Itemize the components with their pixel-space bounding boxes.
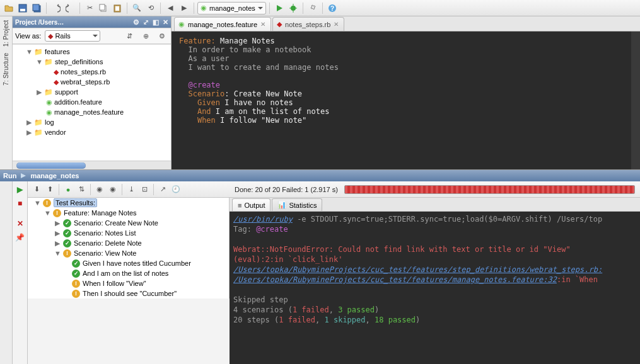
run-header-label: Run xyxy=(3,172,16,179)
test-toolbar: ⬇ ⬆ ● ⇅ ◉ ◉ ⤓ ⊡ ↗ 🕘 xyxy=(28,181,230,198)
svg-point-8 xyxy=(291,6,296,11)
run-icon[interactable] xyxy=(273,2,286,14)
tree-node-addition[interactable]: ◉addition.feature xyxy=(13,97,171,107)
tt-root[interactable]: ▼!Test Results: xyxy=(28,198,229,208)
feature-icon: ◉ xyxy=(178,20,185,28)
save-all-icon[interactable] xyxy=(30,2,43,14)
stop-icon[interactable]: ■ xyxy=(15,198,26,209)
tt-step1[interactable]: ✓Given I have notes titled Cucumber xyxy=(28,258,229,268)
forward-icon[interactable]: ▶ xyxy=(178,2,190,14)
run-play-icon xyxy=(20,173,26,179)
run-panel: Run manage_notes ▶ ■ ✕ 📌 ⬇ ⬆ ● ⇅ xyxy=(0,170,640,364)
tt-step2[interactable]: ✓And I am on the list of notes xyxy=(28,268,229,278)
test-summary-bar: Done: 20 of 20 Failed: 1 (2.917 s) xyxy=(230,181,640,198)
export-icon[interactable]: ↗ xyxy=(156,183,169,196)
settings-icon[interactable] xyxy=(306,2,319,14)
test-summary-text: Done: 20 of 20 Failed: 1 (2.917 s) xyxy=(235,186,338,193)
close-icon[interactable]: ✕ xyxy=(260,21,265,28)
view-mode-combo[interactable]: ◆ Rails xyxy=(45,30,100,42)
tree-node-stepdefs[interactable]: ▼📁step_definitions xyxy=(13,57,171,67)
tt-scenario-delete[interactable]: ▶✓Scenario: Delete Note xyxy=(28,238,229,248)
save-icon[interactable] xyxy=(16,2,29,14)
output-tabs: ≡Output 📊Statistics xyxy=(230,198,640,212)
tree-settings-icon[interactable]: ⚙ xyxy=(156,30,168,42)
output-tab[interactable]: ≡Output xyxy=(232,198,271,211)
back-icon[interactable]: ◀ xyxy=(164,2,177,14)
locate-icon[interactable]: ⊕ xyxy=(139,30,152,42)
tree-node-notes-steps[interactable]: ◆notes_steps.rb xyxy=(13,67,171,77)
project-tree[interactable]: ▼📁features ▼📁step_definitions ◆notes_ste… xyxy=(13,44,171,161)
editor-tabs: ◉ manage_notes.feature ✕ ◆ notes_steps.r… xyxy=(172,16,640,31)
tree-node-vendor[interactable]: ▶📁vendor xyxy=(13,127,171,137)
project-panel-header: Project /Users… ⚙ ⤢ ◧ ✕ xyxy=(13,16,171,28)
svg-rect-7 xyxy=(115,6,119,11)
help-icon[interactable]: ? xyxy=(326,2,339,14)
tab-label: manage_notes.feature xyxy=(188,21,257,28)
test-results-tree[interactable]: ▼!Test Results: ▼!Feature: Manage Notes … xyxy=(28,198,230,299)
tt-step4[interactable]: !Then I should see "Cucumber" xyxy=(28,288,229,299)
feature-icon: ◉ xyxy=(201,4,207,12)
project-view-bar: View as: ◆ Rails ⇵ ⊕ ⚙ xyxy=(13,28,171,44)
code-editor[interactable]: Feature: Manage Notes In order to make a… xyxy=(172,31,631,169)
panel-close-icon[interactable]: ✕ xyxy=(163,18,168,26)
paste-icon[interactable] xyxy=(111,2,124,14)
tt-scenario-view[interactable]: ▼!Scenario: View Note xyxy=(28,248,229,258)
copy-icon[interactable] xyxy=(97,2,110,14)
select-first-icon[interactable]: ⊡ xyxy=(138,183,151,196)
tt-step3[interactable]: !When I follow "View" xyxy=(28,278,229,288)
panel-min-icon[interactable]: ⤢ xyxy=(143,18,149,26)
autoscroll-icon[interactable]: ⤓ xyxy=(125,183,137,196)
tab-label: notes_steps.rb xyxy=(285,21,330,28)
panel-settings-icon[interactable]: ⚙ xyxy=(133,18,139,26)
panel-float-icon[interactable]: ◧ xyxy=(153,18,159,26)
svg-rect-1 xyxy=(20,9,25,11)
replace-icon[interactable]: ⟲ xyxy=(144,2,157,14)
cut-icon[interactable]: ✂ xyxy=(83,2,96,14)
run-config-label: manage_notes xyxy=(209,4,255,12)
test-console[interactable]: /usr/bin/ruby -e STDOUT.sync=true;STDERR… xyxy=(230,212,640,364)
project-panel-title: Project /Users… xyxy=(15,19,64,26)
pin-icon[interactable]: 📌 xyxy=(15,232,26,243)
editor-tab-managenotes[interactable]: ◉ manage_notes.feature ✕ xyxy=(174,17,271,31)
rails-icon: ◆ xyxy=(48,32,53,40)
tt-scenario-create[interactable]: ▶✓Scenario: Create New Note xyxy=(28,218,229,228)
rerun-icon[interactable]: ▶ xyxy=(15,184,26,195)
tree-node-support[interactable]: ▶📁support xyxy=(13,87,171,97)
undo-icon[interactable] xyxy=(50,2,62,14)
run-config-combo[interactable]: ◉ manage_notes xyxy=(197,2,266,14)
run-left-rail xyxy=(0,181,13,364)
tree-node-managenotes[interactable]: ◉manage_notes.feature xyxy=(13,107,171,117)
filter-passed-icon[interactable]: ● xyxy=(62,183,74,196)
tree-node-features[interactable]: ▼📁features xyxy=(13,47,171,57)
next-fail-icon[interactable]: ◉ xyxy=(107,183,119,196)
tt-feature[interactable]: ▼!Feature: Manage Notes xyxy=(28,208,229,218)
editor-vscroll[interactable] xyxy=(631,31,640,169)
sort-icon[interactable]: ⇅ xyxy=(75,183,88,196)
run-header-config: manage_notes xyxy=(30,172,79,179)
tree-hscroll[interactable] xyxy=(13,161,171,169)
run-side-buttons: ▶ ■ ✕ 📌 xyxy=(13,181,28,364)
close-run-icon[interactable]: ✕ xyxy=(15,218,26,229)
open-icon[interactable] xyxy=(3,2,15,14)
test-progress-bar xyxy=(344,185,635,194)
expand-all-icon[interactable]: ⬇ xyxy=(30,183,43,196)
tree-node-log[interactable]: ▶📁log xyxy=(13,117,171,127)
find-icon[interactable]: 🔍 xyxy=(131,2,143,14)
project-tool-tab[interactable]: 1: Project xyxy=(3,20,9,47)
project-panel: Project /Users… ⚙ ⤢ ◧ ✕ View as: ◆ Rails… xyxy=(13,16,172,169)
flatten-icon[interactable]: ⇵ xyxy=(123,30,136,42)
view-as-label: View as: xyxy=(15,32,41,40)
history-icon[interactable]: 🕘 xyxy=(170,183,182,196)
close-icon[interactable]: ✕ xyxy=(334,21,339,28)
editor-tab-notessteps[interactable]: ◆ notes_steps.rb ✕ xyxy=(272,17,344,31)
svg-rect-5 xyxy=(100,4,105,10)
prev-fail-icon[interactable]: ◉ xyxy=(93,183,106,196)
debug-icon[interactable] xyxy=(287,2,300,14)
tree-node-webrat-steps[interactable]: ◆webrat_steps.rb xyxy=(13,77,171,87)
statistics-tab[interactable]: 📊Statistics xyxy=(272,198,322,211)
redo-icon[interactable] xyxy=(64,2,76,14)
structure-tool-tab[interactable]: 7: Structure xyxy=(3,53,9,86)
tt-scenario-list[interactable]: ▶✓Scenario: Notes List xyxy=(28,228,229,238)
editor-area: ◉ manage_notes.feature ✕ ◆ notes_steps.r… xyxy=(172,16,640,169)
collapse-all-icon[interactable]: ⬆ xyxy=(44,183,56,196)
